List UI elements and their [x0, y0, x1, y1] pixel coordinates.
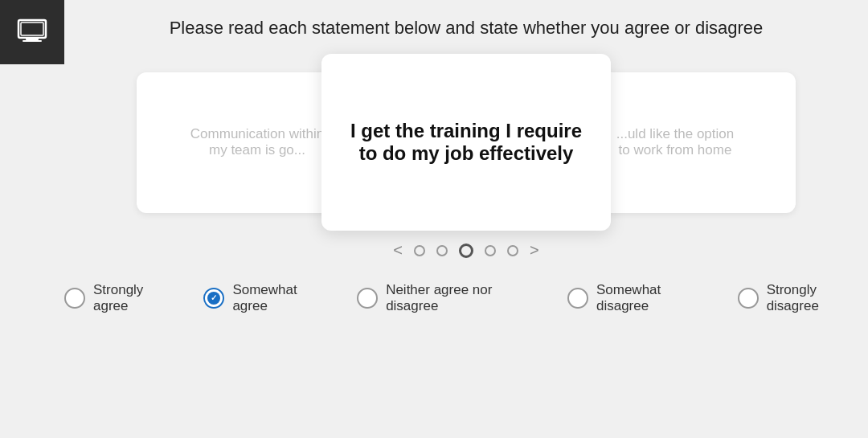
label-neither: Neither agree nor disagree [386, 282, 542, 314]
next-arrow[interactable]: > [530, 241, 539, 260]
card-center-active: I get the training I require to do my jo… [321, 54, 611, 231]
carousel-container: Communication withinmy team is go... I g… [137, 58, 796, 227]
label-somewhat-disagree: Somewhat disagree [596, 282, 712, 314]
radio-somewhat-disagree[interactable] [567, 288, 588, 309]
dot-5[interactable] [507, 245, 518, 256]
radio-inner-check: ✓ [207, 292, 220, 305]
svg-rect-2 [23, 40, 42, 42]
card-right-text: ...uld like the optionto work from home [616, 126, 734, 158]
prev-arrow[interactable]: < [393, 241, 403, 260]
option-somewhat-disagree[interactable]: Somewhat disagree [567, 282, 712, 314]
radio-somewhat-agree[interactable]: ✓ [203, 288, 224, 309]
checkmark-icon: ✓ [211, 294, 217, 302]
label-somewhat-agree: Somewhat agree [232, 282, 331, 314]
radio-neither[interactable] [357, 288, 378, 309]
option-strongly-agree[interactable]: Strongly agree [64, 282, 178, 314]
radio-strongly-agree[interactable] [64, 288, 85, 309]
answer-options: Strongly agree ✓ Somewhat agree Neither … [64, 282, 868, 314]
dots-navigation: < > [393, 241, 538, 260]
option-strongly-disagree[interactable]: Strongly disagree [738, 282, 868, 314]
label-strongly-agree: Strongly agree [93, 282, 178, 314]
top-bar [0, 0, 64, 64]
dot-2[interactable] [436, 245, 448, 256]
card-left-text: Communication withinmy team is go... [190, 126, 324, 158]
option-neither[interactable]: Neither agree nor disagree [357, 282, 542, 314]
monitor-icon [14, 14, 50, 50]
option-somewhat-agree[interactable]: ✓ Somewhat agree [203, 282, 331, 314]
instruction-text: Please read each statement below and sta… [170, 18, 764, 39]
svg-rect-3 [21, 23, 43, 35]
dot-3-active[interactable] [459, 244, 473, 258]
label-strongly-disagree: Strongly disagree [767, 282, 868, 314]
radio-strongly-disagree[interactable] [738, 288, 759, 309]
main-content: Please read each statement below and sta… [64, 0, 868, 438]
svg-rect-1 [26, 38, 39, 40]
dot-1[interactable] [414, 245, 425, 256]
card-center-text: I get the training I require to do my jo… [346, 120, 587, 165]
dot-4[interactable] [485, 245, 496, 256]
